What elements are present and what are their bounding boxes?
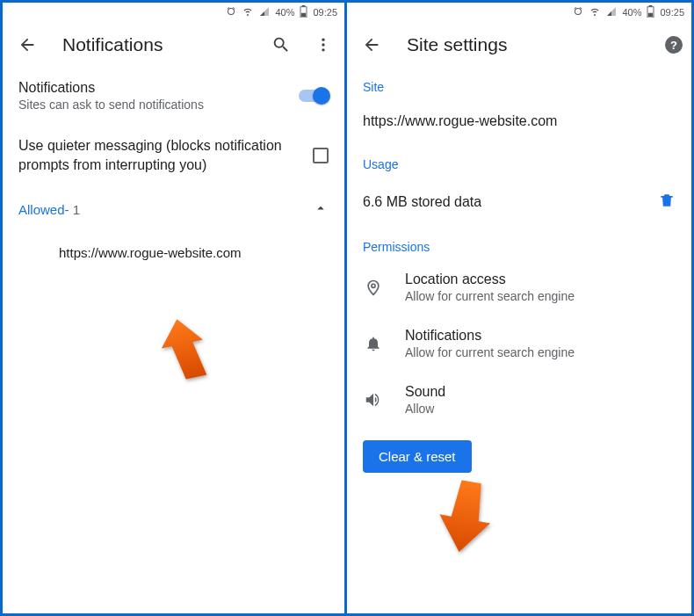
permission-location[interactable]: Location access Allow for current search… bbox=[347, 259, 691, 315]
notifications-switch[interactable] bbox=[299, 90, 329, 102]
cell-signal-icon bbox=[606, 6, 617, 18]
app-bar: Site settings ? bbox=[347, 22, 691, 68]
site-section-header: Site bbox=[347, 68, 691, 99]
notifications-desc: Sites can ask to send notifications bbox=[18, 98, 288, 112]
permission-desc: Allow bbox=[405, 402, 676, 416]
bell-icon bbox=[363, 334, 384, 353]
permission-desc: Allow for current search engine bbox=[405, 289, 676, 303]
battery-percent: 40% bbox=[275, 7, 294, 18]
allowed-site-item[interactable]: https://www.rogue-website.com bbox=[3, 233, 344, 272]
page-title: Site settings bbox=[401, 34, 647, 55]
location-icon bbox=[363, 278, 384, 297]
alarm-icon bbox=[226, 6, 236, 18]
quieter-messaging-checkbox[interactable] bbox=[313, 148, 329, 163]
permission-notifications[interactable]: Notifications Allow for current search e… bbox=[347, 315, 691, 372]
page-title: Notifications bbox=[57, 34, 251, 55]
permission-desc: Allow for current search engine bbox=[405, 345, 676, 359]
permission-sound[interactable]: Sound Allow bbox=[347, 372, 691, 428]
notifications-label: Notifications bbox=[18, 80, 288, 96]
chevron-up-icon bbox=[313, 200, 329, 219]
sound-icon bbox=[363, 390, 384, 409]
wifi-icon bbox=[242, 6, 254, 18]
clock-text: 09:25 bbox=[313, 7, 337, 18]
search-icon[interactable] bbox=[269, 33, 293, 57]
battery-percent: 40% bbox=[622, 7, 641, 18]
permission-title: Location access bbox=[405, 272, 676, 287]
svg-point-8 bbox=[322, 43, 324, 46]
battery-icon bbox=[647, 5, 654, 19]
trash-icon[interactable] bbox=[658, 191, 676, 214]
svg-rect-12 bbox=[648, 13, 653, 17]
allowed-section-header[interactable]: Allowed - 1 bbox=[3, 186, 344, 233]
allowed-label: Allowed bbox=[18, 202, 65, 217]
permission-title: Notifications bbox=[405, 328, 676, 344]
notifications-toggle-row[interactable]: Notifications Sites can ask to send noti… bbox=[3, 68, 344, 124]
site-url: https://www.rogue-website.com bbox=[347, 99, 691, 145]
back-icon[interactable] bbox=[359, 33, 384, 57]
annotation-arrow-left bbox=[159, 315, 212, 386]
svg-point-9 bbox=[322, 48, 324, 51]
cell-signal-icon bbox=[259, 6, 270, 18]
notifications-screen: 40% 09:25 Notifications Notifications Si… bbox=[3, 3, 347, 613]
svg-point-13 bbox=[372, 284, 375, 287]
app-bar: Notifications bbox=[3, 22, 344, 68]
stored-data-text: 6.6 MB stored data bbox=[363, 194, 481, 210]
permission-title: Sound bbox=[405, 384, 676, 400]
svg-point-7 bbox=[322, 39, 324, 41]
battery-icon bbox=[300, 5, 307, 19]
status-bar: 40% 09:25 bbox=[347, 3, 691, 22]
help-icon[interactable]: ? bbox=[665, 36, 683, 54]
quieter-messaging-row[interactable]: Use quieter messaging (blocks notificati… bbox=[3, 124, 344, 186]
allowed-count: - 1 bbox=[65, 202, 81, 217]
annotation-arrow-right bbox=[435, 475, 496, 554]
svg-rect-6 bbox=[301, 13, 306, 17]
site-settings-screen: 40% 09:25 Site settings ? Site https://w… bbox=[347, 3, 691, 613]
permissions-section-header: Permissions bbox=[347, 228, 691, 259]
overflow-menu-icon[interactable] bbox=[311, 33, 336, 57]
allowed-site-url: https://www.rogue-website.com bbox=[59, 245, 242, 260]
clock-text: 09:25 bbox=[660, 7, 684, 18]
clear-reset-button[interactable]: Clear & reset bbox=[363, 440, 472, 473]
alarm-icon bbox=[573, 6, 583, 18]
back-icon[interactable] bbox=[15, 33, 40, 57]
status-bar: 40% 09:25 bbox=[3, 3, 344, 22]
usage-section-header: Usage bbox=[347, 145, 691, 177]
wifi-icon bbox=[589, 6, 601, 18]
stored-data-row[interactable]: 6.6 MB stored data bbox=[347, 177, 691, 228]
quieter-messaging-label: Use quieter messaging (blocks notificati… bbox=[18, 136, 302, 174]
